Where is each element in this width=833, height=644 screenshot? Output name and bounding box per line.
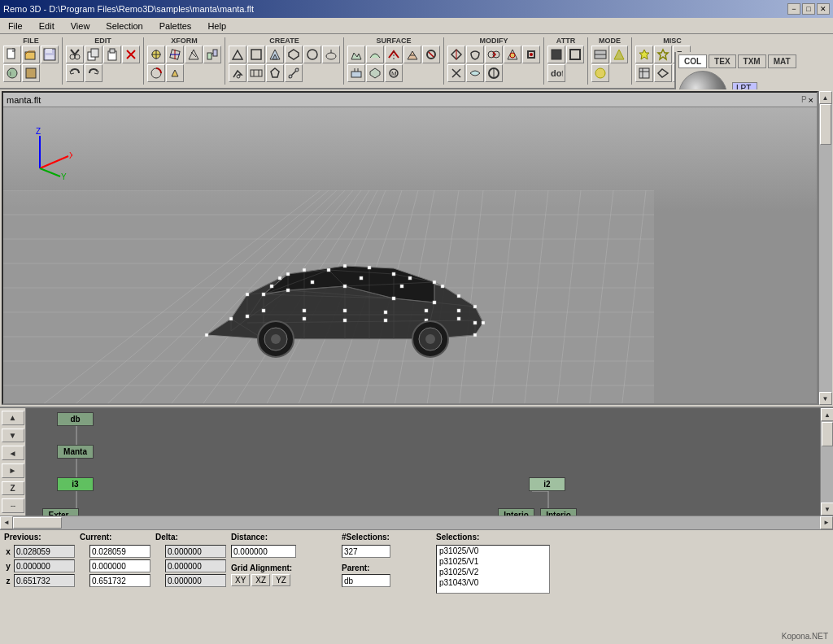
tb-mod1[interactable] — [447, 46, 465, 63]
tb-copy[interactable] — [85, 46, 102, 63]
node-db[interactable]: db — [57, 412, 94, 426]
tb-new[interactable] — [3, 46, 21, 63]
tb-attr2[interactable] — [566, 46, 584, 63]
selections-list[interactable]: p31025/V0 p31025/V1 p31025/V2 p31043/V0 — [436, 545, 550, 594]
tb-xform3[interactable] — [185, 46, 203, 63]
tb-mod7[interactable] — [466, 64, 484, 82]
svg-text:X: X — [69, 151, 72, 160]
tb-surf4[interactable] — [403, 46, 421, 63]
hscroll-right[interactable]: ► — [820, 516, 833, 529]
tb-mod6[interactable] — [447, 64, 465, 82]
hier-scroll-down[interactable]: ▼ — [821, 503, 833, 516]
tb-open[interactable] — [22, 46, 40, 63]
menu-file[interactable]: File — [3, 20, 28, 32]
sel-item-0[interactable]: p31025/V0 — [437, 546, 549, 556]
tab-txm[interactable]: TXM — [738, 54, 766, 68]
hscroll-thumb[interactable] — [13, 517, 62, 529]
tb-xform1[interactable] — [147, 46, 165, 63]
toolbar-group-mode: MODE — [590, 36, 630, 86]
sel-item-3[interactable]: p31043/V0 — [437, 577, 549, 588]
tb-misc2[interactable] — [654, 46, 672, 63]
tb-mod4[interactable] — [504, 46, 521, 63]
ctrl-z[interactable]: Z — [2, 481, 24, 496]
viewport[interactable]: manta.flt P × — [2, 91, 818, 405]
tb-mode1[interactable] — [591, 46, 609, 63]
tb-surf6[interactable] — [347, 64, 365, 82]
menu-palettes[interactable]: Palettes — [155, 20, 197, 32]
node-inter2[interactable]: Interio — [540, 508, 577, 516]
tb-undo[interactable] — [66, 64, 84, 82]
viewport-close[interactable]: × — [809, 95, 813, 105]
tb-create8[interactable] — [247, 64, 265, 82]
tb-surf3[interactable] — [385, 46, 403, 63]
tb-mod8[interactable] — [485, 64, 503, 82]
tb-xform5[interactable] — [147, 64, 165, 82]
tb-delete[interactable] — [122, 46, 140, 63]
tb-mod5[interactable] — [522, 46, 540, 63]
scroll-up-button[interactable]: ▲ — [819, 91, 832, 104]
tb-create7[interactable] — [229, 64, 246, 82]
ctrl-down[interactable]: ▼ — [2, 429, 24, 443]
tb-save[interactable] — [41, 46, 59, 63]
tb-mode3[interactable] — [591, 64, 609, 82]
ctrl-right[interactable]: ► — [2, 463, 24, 478]
tb-xform4[interactable] — [203, 46, 221, 63]
scroll-thumb[interactable] — [820, 104, 831, 145]
menu-view[interactable]: View — [66, 20, 95, 32]
tb-misc5[interactable] — [654, 64, 672, 82]
minimize-button[interactable]: − — [787, 3, 800, 15]
tb-surf2[interactable] — [366, 46, 384, 63]
ctrl-extra[interactable]: ╌ — [2, 498, 24, 513]
sel-item-1[interactable]: p31025/V1 — [437, 556, 549, 567]
tb-mod2[interactable] — [466, 46, 484, 63]
tb-xform2[interactable] — [166, 46, 184, 63]
node-manta[interactable]: Manta — [57, 445, 94, 459]
tb-xform6[interactable] — [166, 64, 184, 82]
tb-misc1[interactable] — [635, 46, 653, 63]
tb-surf7[interactable] — [366, 64, 384, 82]
menu-edit[interactable]: Edit — [34, 20, 59, 32]
tb-create4[interactable] — [285, 46, 303, 63]
tb-create5[interactable] — [303, 46, 321, 63]
menu-selection[interactable]: Selection — [101, 20, 147, 32]
close-button[interactable]: ✕ — [817, 3, 830, 15]
tb-create10[interactable] — [285, 64, 303, 82]
tab-tex[interactable]: TEX — [709, 54, 735, 68]
node-exter[interactable]: Exter.. — [42, 508, 79, 516]
tb-surf1[interactable] — [347, 46, 365, 63]
align-yz[interactable]: YZ — [272, 574, 290, 586]
ctrl-up[interactable]: ▲ — [2, 411, 24, 425]
align-xz[interactable]: XZ — [251, 574, 270, 586]
tb-mode2[interactable] — [610, 46, 628, 63]
scroll-down-button[interactable]: ▼ — [819, 392, 832, 405]
tb-create2[interactable] — [247, 46, 265, 63]
tb-create1[interactable] — [229, 46, 246, 63]
tb-file4[interactable]: i — [3, 64, 21, 82]
tab-col[interactable]: COL — [678, 54, 707, 68]
tab-mat[interactable]: MAT — [768, 54, 796, 68]
tb-create3[interactable] — [266, 46, 284, 63]
sel-item-2[interactable]: p31025/V2 — [437, 567, 549, 577]
ctrl-left[interactable]: ◄ — [2, 446, 24, 460]
tb-cut[interactable] — [66, 46, 84, 63]
maximize-button[interactable]: □ — [802, 3, 815, 15]
tb-create9[interactable] — [266, 64, 284, 82]
tb-file5[interactable] — [22, 64, 40, 82]
tb-redo[interactable] — [85, 64, 102, 82]
tb-paste[interactable] — [103, 46, 121, 63]
hscroll-left[interactable]: ◄ — [0, 516, 13, 529]
tb-attr1[interactable] — [547, 46, 565, 63]
tb-attr3[interactable]: dof — [547, 64, 565, 82]
node-i2[interactable]: i2 — [529, 477, 565, 491]
node-inter1[interactable]: Interio — [498, 508, 534, 516]
hierarchy-area[interactable]: db Manta i3 i2 Exter.. Interio Interio — [26, 408, 820, 516]
node-i3[interactable]: i3 — [57, 477, 94, 491]
tb-misc4[interactable] — [635, 64, 653, 82]
align-xy[interactable]: XY — [231, 574, 250, 586]
tb-surf8[interactable]: M — [385, 64, 403, 82]
tb-mod3[interactable] — [485, 46, 503, 63]
tb-surf5[interactable] — [422, 46, 440, 63]
hier-scroll-up[interactable]: ▲ — [821, 408, 833, 421]
menu-help[interactable]: Help — [203, 20, 231, 32]
tb-create6[interactable] — [322, 46, 340, 63]
